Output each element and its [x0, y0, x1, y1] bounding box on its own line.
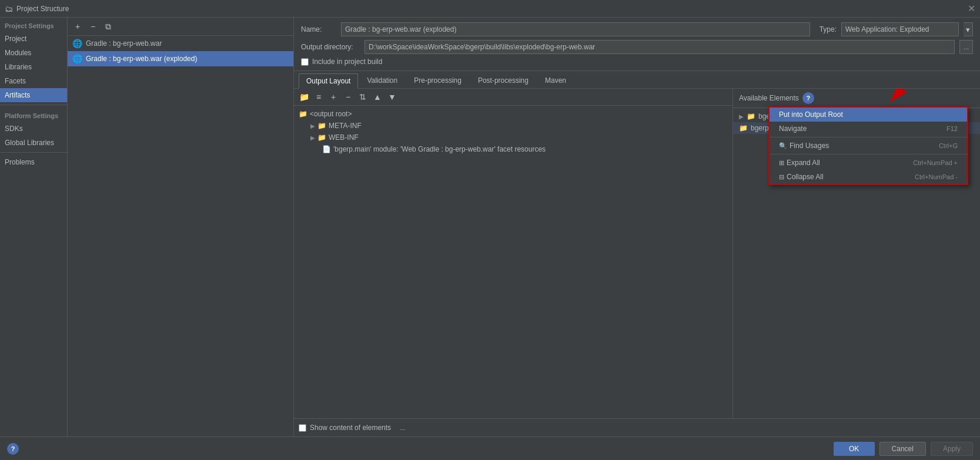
cancel-button[interactable]: Cancel: [879, 442, 926, 456]
include-label: Include in project build: [312, 58, 382, 66]
add-toolbar-button[interactable]: +: [327, 90, 340, 103]
sidebar-item-project[interactable]: Project: [0, 32, 67, 46]
output-dir-label: Output directory:: [301, 43, 360, 51]
window-title: Project Structure: [16, 5, 968, 13]
web-inf-arrow[interactable]: ▶: [310, 135, 315, 141]
name-input[interactable]: [341, 22, 810, 36]
artifact-item-war-exploded[interactable]: 🌐 Gradle : bg-erp-web.war (exploded): [68, 51, 293, 66]
expand-all-shortcut: Ctrl+NumPad +: [913, 159, 958, 166]
available-elements-header: Available Elements ?: [733, 89, 980, 108]
sidebar-item-artifacts[interactable]: Artifacts: [0, 88, 67, 102]
type-dropdown-button[interactable]: ▾: [964, 22, 973, 36]
sidebar: Project Settings Project Modules Librari…: [0, 18, 68, 437]
sidebar-item-sdks[interactable]: SDKs: [0, 122, 67, 136]
app-icon: 🗂: [5, 4, 13, 14]
available-elements-label: Available Elements: [739, 94, 799, 102]
meta-inf-icon: 📁: [317, 122, 326, 130]
bgerp-arrow-1[interactable]: ▶: [739, 113, 744, 120]
layout-toolbar: 📁 ≡ + − ⇅ ▲ ▼: [294, 89, 733, 106]
context-menu-navigate[interactable]: Navigate F12: [770, 122, 967, 136]
output-browse-button[interactable]: ...: [959, 40, 973, 54]
platform-settings-label: Platform Settings: [0, 108, 67, 122]
collapse-all-shortcut: Ctrl+NumPad -: [915, 173, 958, 180]
include-row: Include in project build: [301, 58, 973, 66]
copy-artifact-button[interactable]: ⧉: [102, 20, 115, 33]
facet-resources-icon: 📄: [322, 145, 331, 153]
remove-artifact-button[interactable]: −: [86, 20, 99, 33]
find-usages-label: Find Usages: [790, 142, 829, 150]
bgerp-icon-1: 📁: [747, 112, 755, 120]
footer-help-button[interactable]: ?: [7, 443, 19, 455]
bgerp-icon-2: 📁: [739, 124, 748, 132]
type-label: Type:: [820, 25, 837, 33]
move-down-button[interactable]: ▼: [386, 90, 399, 103]
navigate-label: Navigate: [779, 125, 807, 133]
tabs-row: Output Layout Validation Pre-processing …: [294, 71, 980, 89]
context-menu-collapse-all[interactable]: ⊟ Collapse All Ctrl+NumPad -: [770, 170, 967, 184]
add-file-button[interactable]: ≡: [312, 90, 325, 103]
title-bar: 🗂 Project Structure ✕: [0, 0, 980, 18]
expand-all-label: Expand All: [787, 159, 820, 167]
tree-output-root: 📁 <output root>: [294, 108, 733, 120]
layout-tree: 📁 <output root> ▶ 📁 META-INF ▶ 📁 WEB-INF: [294, 106, 733, 418]
tab-post-processing[interactable]: Post-processing: [470, 73, 536, 88]
tab-output-layout[interactable]: Output Layout: [299, 73, 358, 89]
artifacts-panel: + − ⧉ 🌐 Gradle : bg-erp-web.war 🌐 Gradle…: [68, 18, 294, 437]
context-menu-put-into-root[interactable]: Put into Output Root: [770, 108, 967, 122]
left-layout: 📁 ≡ + − ⇅ ▲ ▼ 📁 <output root> ▶: [294, 89, 733, 418]
output-dir-input[interactable]: [364, 40, 955, 54]
sidebar-item-global-libraries[interactable]: Global Libraries: [0, 136, 67, 150]
name-label: Name:: [301, 25, 336, 33]
show-content-checkbox[interactable]: [299, 424, 306, 432]
apply-button[interactable]: Apply: [931, 442, 973, 456]
sidebar-divider-2: [0, 152, 67, 153]
right-layout: Available Elements ? ▶ 📁 bgerp 📁 bgerp: [733, 89, 980, 418]
tree-facet-resources: 📄 'bgerp.main' module: 'Web Gradle : bg-…: [294, 143, 733, 155]
show-content-options-button[interactable]: ...: [394, 421, 411, 434]
artifacts-toolbar: + − ⧉: [68, 18, 293, 36]
artifact-war-icon: 🌐: [72, 39, 82, 48]
tab-validation[interactable]: Validation: [359, 73, 405, 88]
collapse-all-icon: ⊟: [779, 173, 784, 181]
context-menu-find-usages[interactable]: 🔍 Find Usages Ctrl+G: [770, 139, 967, 153]
include-checkbox[interactable]: [301, 58, 309, 66]
web-inf-icon: 📁: [317, 133, 326, 142]
collapse-all-label: Collapse All: [787, 173, 824, 181]
sort-button[interactable]: ⇅: [356, 90, 369, 103]
help-icon[interactable]: ?: [802, 92, 814, 104]
content-panel: Name: Type: ▾ Output directory: ... Incl…: [294, 18, 980, 437]
find-usages-icon: 🔍: [779, 142, 787, 150]
context-menu-expand-all[interactable]: ⊞ Expand All Ctrl+NumPad +: [770, 156, 967, 170]
tab-maven[interactable]: Maven: [537, 73, 574, 88]
add-element-button[interactable]: 📁: [297, 90, 310, 103]
output-root-icon: 📁: [299, 110, 307, 118]
sidebar-item-modules[interactable]: Modules: [0, 46, 67, 60]
bottom-area: Show content of elements ...: [294, 418, 980, 437]
name-row: Name: Type: ▾: [301, 22, 973, 36]
navigate-shortcut: F12: [946, 125, 958, 132]
type-input[interactable]: [841, 22, 959, 36]
context-menu: Put into Output Root Navigate F12 🔍 Find…: [768, 106, 968, 185]
meta-inf-arrow[interactable]: ▶: [310, 123, 315, 129]
put-into-root-label: Put into Output Root: [779, 110, 843, 119]
context-menu-separator-1: [770, 137, 967, 137]
artifact-exploded-icon: 🌐: [72, 54, 82, 63]
close-button[interactable]: ✕: [968, 3, 975, 14]
footer: ? OK Cancel Apply: [0, 437, 980, 460]
sidebar-item-libraries[interactable]: Libraries: [0, 60, 67, 74]
ok-button[interactable]: OK: [834, 442, 875, 456]
tree-web-inf: ▶ 📁 WEB-INF: [294, 132, 733, 143]
main-container: Project Settings Project Modules Librari…: [0, 18, 980, 437]
sidebar-item-facets[interactable]: Facets: [0, 74, 67, 88]
remove-element-button[interactable]: −: [342, 90, 354, 103]
add-artifact-button[interactable]: +: [71, 20, 84, 33]
artifact-item-war[interactable]: 🌐 Gradle : bg-erp-web.war: [68, 36, 293, 51]
show-content-label: Show content of elements: [310, 424, 391, 432]
expand-all-icon: ⊞: [779, 159, 784, 167]
content-header: Name: Type: ▾ Output directory: ... Incl…: [294, 18, 980, 71]
move-up-button[interactable]: ▲: [371, 90, 384, 103]
find-usages-shortcut: Ctrl+G: [939, 142, 958, 149]
tab-pre-processing[interactable]: Pre-processing: [406, 73, 469, 88]
tree-meta-inf: ▶ 📁 META-INF: [294, 120, 733, 132]
sidebar-item-problems[interactable]: Problems: [0, 155, 67, 169]
